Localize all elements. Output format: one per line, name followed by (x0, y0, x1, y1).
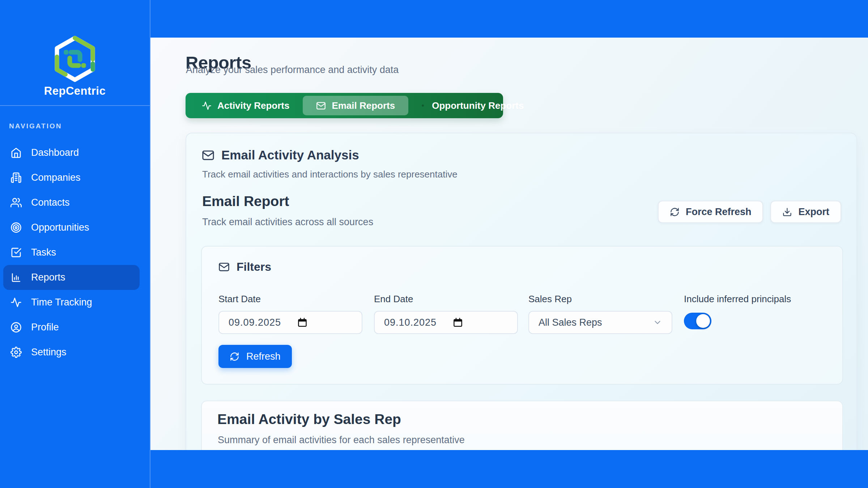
end-date-value: 09.10.2025 (384, 317, 437, 328)
end-date-label: End Date (374, 294, 518, 305)
sidebar-item-label: Time Tracking (31, 297, 92, 308)
chevron-down-icon (653, 318, 662, 327)
filters-header: Filters (218, 260, 271, 274)
calendar-icon[interactable] (452, 317, 463, 328)
start-date-input[interactable]: 09.09.2025 (218, 311, 362, 334)
start-date-field: Start Date 09.09.2025 (218, 294, 362, 334)
sidebar-item-label: Opportunities (31, 222, 89, 233)
export-button[interactable]: Export (770, 201, 841, 223)
nav-list: Dashboard Companies Contacts Opportuniti… (3, 140, 140, 365)
refresh-label: Refresh (246, 351, 281, 362)
start-date-value: 09.09.2025 (229, 317, 281, 328)
gear-icon (10, 347, 22, 358)
dot-icon (422, 104, 424, 107)
section-subtitle: Track email activities and interactions … (202, 169, 458, 180)
nav-section-label: NAVIGATION (9, 122, 62, 130)
sales-rep-field: Sales Rep All Sales Reps (528, 294, 672, 334)
tab-label: Email Reports (332, 100, 395, 111)
sidebar-item-dashboard[interactable]: Dashboard (3, 140, 140, 165)
filters-card: Filters Start Date 09.09.2025 End Date 0… (201, 246, 843, 385)
include-inferred-label: Include inferred principals (684, 294, 791, 305)
email-activity-summary-card: Email Activity by Sales Rep Summary of e… (201, 401, 843, 450)
force-refresh-button[interactable]: Force Refresh (658, 201, 763, 223)
sidebar-item-label: Companies (31, 172, 81, 183)
repcentric-logo-icon (54, 35, 96, 82)
main-content: Reports Analyze your sales performance a… (150, 38, 868, 450)
refresh-button[interactable]: Refresh (218, 345, 292, 368)
brand: RepCentric (0, 35, 150, 98)
user-circle-icon (10, 322, 22, 333)
sales-rep-value: All Sales Reps (539, 317, 602, 328)
summary-title: Email Activity by Sales Rep (217, 411, 401, 427)
sidebar-item-label: Tasks (31, 247, 56, 258)
export-label: Export (798, 206, 829, 218)
home-icon (10, 147, 22, 158)
tab-opportunity-reports[interactable]: Opportunity Reports (408, 96, 537, 115)
include-inferred-toggle[interactable] (684, 313, 711, 329)
activity-icon (10, 297, 22, 308)
sidebar-item-contacts[interactable]: Contacts (3, 190, 140, 215)
filters-title: Filters (237, 260, 271, 274)
report-title: Email Report (202, 193, 289, 209)
sidebar-item-tasks[interactable]: Tasks (3, 240, 140, 265)
refresh-icon (670, 207, 680, 217)
tab-activity-reports[interactable]: Activity Reports (188, 96, 303, 115)
tab-email-reports[interactable]: Email Reports (303, 96, 408, 115)
sidebar-item-label: Dashboard (31, 147, 79, 158)
users-icon (10, 197, 22, 208)
summary-subtitle: Summary of email activities for each sal… (218, 435, 465, 446)
email-activity-analysis-card: Email Activity Analysis Track email acti… (186, 133, 857, 450)
app-name: RepCentric (0, 85, 150, 98)
tab-label: Opportunity Reports (432, 100, 524, 111)
section-title: Email Activity Analysis (221, 148, 359, 162)
refresh-icon (230, 352, 239, 361)
mail-icon (202, 149, 214, 162)
sidebar-item-profile[interactable]: Profile (3, 315, 140, 340)
target-icon (10, 222, 22, 233)
sidebar-item-time-tracking[interactable]: Time Tracking (3, 290, 140, 315)
include-inferred-field: Include inferred principals (684, 294, 791, 329)
mail-icon (218, 261, 230, 273)
end-date-field: End Date 09.10.2025 (374, 294, 518, 334)
sidebar-item-reports[interactable]: Reports (3, 265, 140, 290)
force-refresh-label: Force Refresh (686, 206, 752, 218)
sales-rep-label: Sales Rep (528, 294, 672, 305)
report-tabs: Activity Reports Email Reports Opportuni… (186, 93, 503, 118)
sidebar-item-label: Settings (31, 347, 67, 358)
building-icon (10, 172, 22, 183)
toggle-knob (696, 314, 710, 328)
report-actions: Force Refresh Export (658, 201, 841, 223)
mail-icon (316, 101, 326, 111)
tab-label: Activity Reports (217, 100, 289, 111)
calendar-icon[interactable] (297, 317, 308, 328)
sidebar-item-label: Contacts (31, 197, 70, 208)
sidebar-item-settings[interactable]: Settings (3, 340, 140, 365)
sidebar-item-label: Reports (31, 272, 65, 283)
bar-chart-icon (10, 272, 22, 283)
sales-rep-select[interactable]: All Sales Reps (528, 311, 672, 334)
sidebar-item-companies[interactable]: Companies (3, 165, 140, 190)
download-icon (782, 207, 792, 217)
sidebar: RepCentric NAVIGATION Dashboard Companie… (0, 0, 150, 488)
sidebar-item-opportunities[interactable]: Opportunities (3, 215, 140, 240)
sidebar-item-label: Profile (31, 322, 59, 333)
start-date-label: Start Date (218, 294, 362, 305)
end-date-input[interactable]: 09.10.2025 (374, 311, 518, 334)
sidebar-divider (0, 105, 150, 106)
page-subtitle: Analyze your sales performance and activ… (186, 64, 399, 76)
section-header: Email Activity Analysis (202, 148, 359, 162)
check-square-icon (10, 247, 22, 258)
activity-icon (202, 101, 212, 111)
report-subtitle: Track email activities across all source… (202, 217, 373, 228)
